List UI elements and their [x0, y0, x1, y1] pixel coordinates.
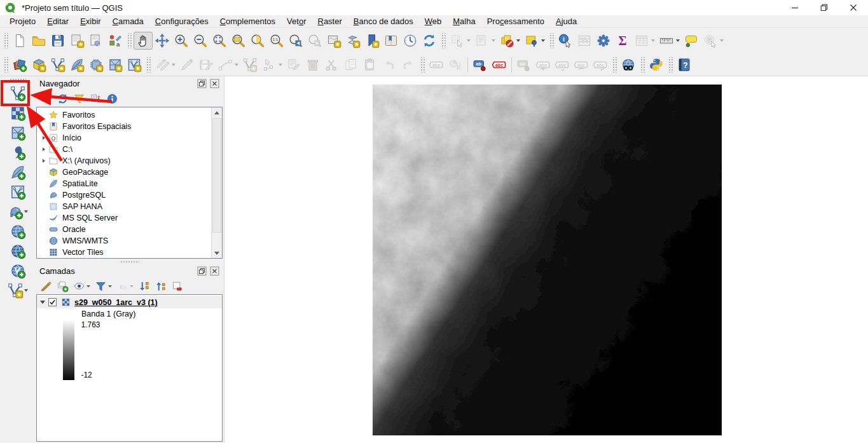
digitize-with-segment-button[interactable]: [216, 56, 240, 74]
scroll-thumb[interactable]: [212, 118, 221, 233]
style-manager-button[interactable]: a: [106, 32, 125, 50]
menu-camada[interactable]: Camada: [107, 16, 149, 27]
processing-toolbox-button[interactable]: [594, 32, 613, 50]
show-properties-button[interactable]: [104, 92, 120, 106]
menu-banco-de-dados[interactable]: Banco de dados: [348, 16, 419, 27]
new-print-layout-button[interactable]: [67, 32, 86, 50]
pin-unpin-labels-button[interactable]: ab: [514, 56, 534, 74]
select-features-by-value-button[interactable]: [472, 32, 497, 50]
menu-editar[interactable]: Editar: [41, 16, 74, 27]
measure-button[interactable]: [657, 32, 682, 50]
zoom-last-button[interactable]: [286, 32, 305, 50]
filter-legend-button[interactable]: [93, 279, 114, 293]
float-panel-button[interactable]: [197, 266, 207, 276]
toolbar-handle[interactable]: [640, 57, 645, 72]
new-spatialite-layer-button[interactable]: [67, 56, 86, 74]
menu-ajuda[interactable]: Ajuda: [550, 16, 582, 27]
statistical-summary-button[interactable]: Σ: [613, 32, 632, 50]
open-attribute-table-button[interactable]: [632, 32, 657, 50]
browser-item-ms-sql-server[interactable]: MS SQL Server: [37, 212, 222, 224]
layer-diagram-options-button[interactable]: [446, 56, 465, 74]
close-panel-button[interactable]: [210, 79, 219, 88]
layer-name[interactable]: s29_w050_1arc_v3 (1): [74, 298, 158, 307]
add-mesh-layer-button[interactable]: [3, 123, 32, 142]
add-virtual-layer-button[interactable]: [3, 182, 32, 201]
zoom-full-button[interactable]: [210, 32, 229, 50]
toolbar-handle[interactable]: [420, 57, 425, 72]
add-raster-layer-button[interactable]: [3, 103, 32, 123]
paste-features-button[interactable]: [361, 56, 380, 74]
browser-item-oracle[interactable]: Oracle: [37, 224, 222, 235]
map-tips-button[interactable]: [682, 32, 701, 50]
help-button[interactable]: ?: [675, 56, 694, 74]
field-calculator-button[interactable]: [575, 32, 594, 50]
layer-item[interactable]: s29_w050_1arc_v3 (1): [37, 296, 222, 308]
new-virtual-layer-button[interactable]: [125, 56, 144, 74]
menu-web[interactable]: Web: [419, 16, 448, 27]
menu-raster[interactable]: Raster: [312, 16, 347, 27]
toolbar-handle[interactable]: [146, 57, 151, 72]
menu-configura-es[interactable]: Configurações: [149, 16, 214, 27]
new-mesh-layer-button[interactable]: [106, 56, 125, 74]
expand-arrow-icon[interactable]: [39, 147, 48, 151]
menu-exibir[interactable]: Exibir: [74, 16, 107, 27]
cut-features-button[interactable]: [322, 56, 341, 74]
browser-item-x-arquivos[interactable]: X:\ (Arquivos): [37, 155, 222, 167]
show-layout-manager-button[interactable]: [86, 32, 106, 50]
filter-by-expression-button[interactable]: ε: [114, 279, 135, 293]
pan-map-button[interactable]: [134, 32, 153, 50]
menu-vetor[interactable]: Vetor: [281, 16, 312, 27]
toolbar-handle[interactable]: [10, 78, 26, 83]
add-delimited-text-layer-button[interactable]: [3, 142, 32, 162]
show-hide-labels-button[interactable]: abc: [534, 56, 553, 74]
show-spatial-bookmarks-button[interactable]: [382, 32, 401, 50]
browser-item-sap-hana[interactable]: SAP HANA: [37, 201, 222, 212]
new-geopackage-layer-button[interactable]: [29, 56, 48, 74]
highlight-pinned-labels-button[interactable]: ab: [471, 56, 490, 74]
browser-item-favoritos-espaciais[interactable]: Favoritos Espaciais: [37, 121, 222, 132]
save-layer-edits-button[interactable]: [196, 56, 216, 74]
add-wcs-layer-button[interactable]: [3, 241, 32, 261]
new-shapefile-layer-button[interactable]: [48, 56, 67, 74]
new-3d-map-view-button[interactable]: [343, 32, 362, 50]
copy-features-button[interactable]: [341, 56, 361, 74]
collapse-all-button[interactable]: [88, 92, 104, 106]
browser-item-vector-tiles[interactable]: Vector Tiles: [37, 247, 222, 258]
new-temporary-scratch-layer-button[interactable]: [86, 56, 106, 74]
redo-button[interactable]: [399, 56, 418, 74]
refresh-map-button[interactable]: [420, 32, 439, 50]
toolbar-handle[interactable]: [612, 57, 617, 72]
select-by-location-button[interactable]: [522, 32, 547, 50]
browser-item-spatialite[interactable]: SpatiaLite: [37, 178, 222, 189]
browser-item-wms-wmts[interactable]: WMS/WMTS: [37, 235, 222, 247]
collapse-arrow-icon[interactable]: [37, 301, 48, 304]
rotate-label-button[interactable]: abc: [572, 56, 591, 74]
minimize-button[interactable]: [780, 0, 809, 15]
toolbar-handle[interactable]: [3, 57, 8, 72]
browser-item-postgresql[interactable]: PostgreSQL: [37, 189, 222, 201]
open-data-source-manager-button[interactable]: [10, 56, 29, 74]
browser-item-geopackage[interactable]: GeoPackage: [37, 167, 222, 178]
browser-item-in-cio[interactable]: Início: [37, 132, 222, 144]
identify-features-button[interactable]: i: [556, 32, 575, 50]
add-wfs-layer-button[interactable]: [3, 261, 32, 280]
undo-button[interactable]: [380, 56, 399, 74]
menu-processamento[interactable]: Processamento: [481, 16, 550, 27]
metasearch-button[interactable]: [619, 56, 638, 74]
delete-selected-button[interactable]: [303, 56, 322, 74]
new-spatial-bookmark-button[interactable]: [362, 32, 382, 50]
save-project-button[interactable]: [48, 32, 67, 50]
refresh-browser-button[interactable]: [55, 92, 71, 106]
remove-layer-button[interactable]: [169, 279, 185, 293]
temporal-controller-button[interactable]: [401, 32, 420, 50]
toolbar-handle[interactable]: [127, 33, 132, 48]
zoom-next-button[interactable]: [305, 32, 324, 50]
expand-all-button[interactable]: [136, 279, 152, 293]
toolbar-handle[interactable]: [549, 33, 554, 48]
manage-map-themes-button[interactable]: [71, 279, 92, 293]
new-project-button[interactable]: [10, 32, 29, 50]
menu-projeto[interactable]: Projeto: [4, 16, 41, 27]
zoom-to-layer-button[interactable]: [229, 32, 248, 50]
zoom-native-resolution-button[interactable]: 1:1: [267, 32, 286, 50]
move-label-button[interactable]: abc: [553, 56, 572, 74]
